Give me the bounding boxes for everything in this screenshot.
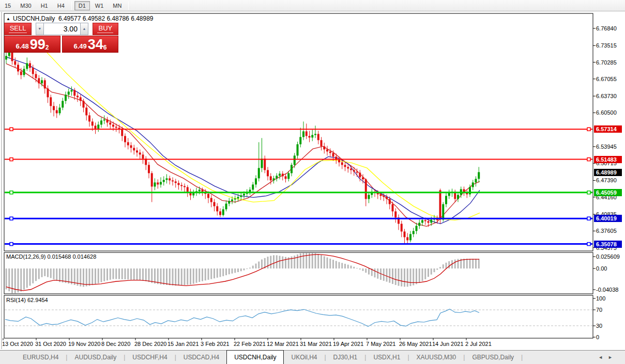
hline-price-label: 6.40019 — [594, 215, 622, 222]
candle-body — [178, 183, 180, 185]
candle-body — [264, 159, 266, 170]
chart-tab-usdcad-h4[interactable]: USDCAD,H4 — [176, 351, 226, 363]
chart-title: ▲USDCNH,Daily 6.49577 6.49582 6.48786 6.… — [6, 15, 154, 22]
timeframe-button-H1[interactable]: H1 — [37, 1, 52, 10]
candle-body — [338, 160, 340, 162]
candle-body — [32, 68, 34, 74]
candle-body — [302, 131, 304, 137]
candle-body — [282, 173, 284, 176]
candle-body — [285, 176, 287, 179]
candle-body — [112, 124, 114, 126]
ohlc-close: 6.48989 — [131, 15, 153, 22]
chart-tab-dj30-h1[interactable]: DJ30,H1 — [326, 351, 365, 363]
macd-axis-label: -0.04038 — [596, 287, 618, 293]
candle-body — [228, 201, 230, 203]
candle-body — [139, 152, 141, 154]
hline-handle[interactable] — [10, 128, 13, 131]
candle-body — [88, 115, 90, 121]
candle-body — [394, 211, 397, 217]
date-axis-label: 7 May 2021 — [366, 341, 395, 347]
candle-body — [17, 65, 19, 71]
volume-decrease-button[interactable]: ▼ — [36, 23, 44, 35]
current-price-label: 6.48989 — [594, 169, 622, 176]
buy-price-button[interactable]: 6.49346 — [62, 36, 118, 53]
collapse-triangle-icon[interactable]: ▲ — [6, 17, 10, 21]
sell-price-button[interactable]: 6.48992 — [4, 36, 60, 53]
candle-body — [267, 170, 269, 176]
candle-body — [106, 119, 109, 122]
candle-body — [71, 90, 73, 91]
macd-axis-label: 0.025609 — [596, 254, 620, 260]
candle-body — [202, 189, 204, 192]
candle-body — [77, 96, 79, 97]
chart-tab-ukoil-h4[interactable]: UKOil,H4 — [284, 351, 324, 363]
hline-handle[interactable] — [587, 128, 590, 131]
buy-button[interactable]: BUY — [93, 23, 118, 35]
volume-increase-button[interactable]: ▲ — [80, 23, 88, 35]
date-axis-label: 8 Dec 2020 — [101, 341, 130, 347]
hline-handle[interactable] — [10, 217, 13, 220]
ohlc-high: 6.49582 — [83, 15, 105, 22]
chart-tab-xauusd-m30[interactable]: XAUUSD,M30 — [409, 351, 464, 363]
candle-body — [207, 194, 209, 198]
candle-body — [386, 197, 388, 199]
timeframe-button-D1[interactable]: D1 — [74, 1, 90, 10]
candle-body — [148, 165, 150, 173]
candle-body — [240, 195, 242, 197]
sell-button[interactable]: SELL — [4, 23, 32, 35]
timeframe-button-15[interactable]: 15 — [1, 1, 15, 10]
chart-tab-usdchf-h4[interactable]: USDCHF,H4 — [125, 351, 174, 363]
toolbar-separator — [128, 2, 129, 10]
candle-body — [199, 189, 201, 191]
timeframe-button-M30[interactable]: M30 — [16, 1, 35, 10]
date-axis-label: 19 Apr 2021 — [333, 341, 363, 347]
hline-handle[interactable] — [10, 158, 13, 161]
candle-body — [130, 145, 132, 148]
hline-handle[interactable] — [587, 217, 590, 220]
date-axis-label: 13 Oct 2020 — [2, 341, 33, 347]
chart-tab-audusd-daily[interactable]: AUDUSD,Daily — [67, 351, 124, 363]
candle-body — [172, 180, 174, 181]
timeframe-button-MN[interactable]: MN — [109, 1, 126, 10]
candle-body — [389, 199, 391, 204]
price-axis-label: 6.70285 — [596, 59, 617, 66]
candle-body — [85, 107, 87, 115]
hline-handle[interactable] — [587, 243, 590, 246]
candle-body — [258, 168, 260, 178]
candle-body — [169, 178, 171, 180]
chart-tab-bar: EURUSD,H4|AUDUSD,Daily|USDCHF,H4|USDCAD,… — [0, 350, 625, 364]
buy-price-prefix: 6.49 — [73, 42, 86, 50]
date-axis-label: 15 Jan 2021 — [167, 341, 199, 347]
price-axis-label: 6.60500 — [596, 109, 617, 116]
candle-body — [136, 150, 138, 152]
ohlc-low: 6.48786 — [106, 15, 129, 22]
candle-body — [121, 129, 123, 136]
hline-handle[interactable] — [10, 191, 13, 194]
hline-handle[interactable] — [587, 158, 590, 161]
candle-body — [59, 107, 61, 113]
hline-handle[interactable] — [587, 191, 590, 194]
candle-body — [439, 190, 441, 219]
hline-handle[interactable] — [10, 243, 13, 246]
chart-canvas[interactable] — [0, 12, 625, 350]
candle-body — [249, 189, 251, 192]
tab-scroll-left-icon[interactable]: ◄ — [598, 355, 608, 360]
candle-body — [424, 220, 426, 221]
chart-tab-usdcnh-daily[interactable]: USDCNH,Daily — [226, 350, 284, 364]
chart-tab-eurusd-h4[interactable]: EURUSD,H4 — [16, 351, 66, 363]
candle-body — [118, 128, 120, 129]
chart-symbol: USDCNH,Daily — [13, 15, 55, 22]
volume-input[interactable] — [44, 23, 80, 35]
candle-body — [38, 78, 40, 83]
candle-body — [124, 136, 126, 142]
candle-body — [309, 136, 311, 137]
candle-body — [216, 206, 218, 211]
candle-body — [380, 194, 382, 196]
tab-scroll-right-icon[interactable]: ► — [608, 355, 618, 360]
timeframe-button-W1[interactable]: W1 — [91, 1, 108, 10]
candle-body — [279, 173, 281, 176]
timeframe-button-H4[interactable]: H4 — [53, 1, 69, 10]
chart-tab-gbpusd-daily[interactable]: GBPUSD,Daily — [465, 351, 521, 363]
chart-tab-usdx-h1[interactable]: USDX,H1 — [366, 351, 407, 363]
candle-body — [225, 203, 227, 209]
